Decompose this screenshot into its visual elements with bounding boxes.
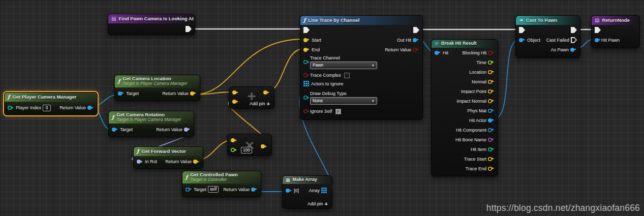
hit-item-pin[interactable] xyxy=(488,147,492,151)
function-icon: ƒ xyxy=(8,95,10,100)
ignore-self-checkbox[interactable]: ✓ xyxy=(335,109,341,114)
target-pin[interactable] xyxy=(118,91,122,96)
exec-out-pin[interactable] xyxy=(571,27,577,33)
node-title: Line Trace by Channel xyxy=(308,18,359,23)
node-title: Get Player Camera Manager xyxy=(12,95,76,100)
node-get-forward-vector[interactable]: ƒ Get Forward Vector In Rot Return Value xyxy=(133,146,203,169)
return-value-pin[interactable] xyxy=(251,188,255,192)
exec-out-pin[interactable] xyxy=(186,26,192,32)
add-input-b-pin[interactable] xyxy=(232,100,236,104)
watermark-url: https://blog.csdn.net/zhangxiaofan666 xyxy=(486,203,640,213)
return-value-pin[interactable] xyxy=(193,160,197,164)
trace-complex-checkbox[interactable] xyxy=(344,73,350,78)
target-pin[interactable] xyxy=(112,128,116,132)
trace-channel-pin[interactable] xyxy=(303,60,308,64)
phys-mat-pin[interactable] xyxy=(488,109,492,113)
as-pawn-pin[interactable] xyxy=(570,48,574,52)
add-output-pin[interactable] xyxy=(263,90,267,95)
draw-debug-type-dropdown[interactable]: None ▼ xyxy=(310,97,377,105)
location-pin[interactable] xyxy=(488,70,492,74)
hit-pawn-pin[interactable] xyxy=(595,38,599,42)
add-pin-button[interactable]: Add pin + xyxy=(308,201,328,207)
wire-camloc-to-add-a[interactable] xyxy=(195,92,232,95)
hit-pin[interactable] xyxy=(435,51,439,55)
plus-icon: + xyxy=(325,201,328,207)
array-output-pin[interactable] xyxy=(321,188,327,194)
wire-add-to-end[interactable] xyxy=(266,49,303,92)
trace-end-pin[interactable] xyxy=(488,167,492,171)
multiply-b-value[interactable]: 100 xyxy=(241,147,252,153)
return-value-pin[interactable] xyxy=(87,106,91,110)
multiply-input-a-pin[interactable] xyxy=(231,138,235,142)
graph-canvas[interactable]: ▤ Find Pawn Camera Is Looking At ƒ Line … xyxy=(0,0,644,216)
node-title: Get Forward Vector xyxy=(141,149,186,154)
time-pin[interactable] xyxy=(488,60,492,65)
function-icon: ƒ xyxy=(186,175,188,180)
hit-component-pin[interactable] xyxy=(488,128,492,132)
target-self-value[interactable]: self xyxy=(208,186,219,193)
function-icon: ƒ xyxy=(303,18,305,23)
multiply-input-b-pin[interactable] xyxy=(231,148,235,152)
player-index-pin[interactable] xyxy=(8,106,12,110)
node-make-array[interactable]: ▦ Make Array [0] Array Add pin + xyxy=(282,175,332,209)
exec-in-pin[interactable] xyxy=(519,27,525,33)
in-rot-pin[interactable] xyxy=(137,160,141,164)
return-value-pin[interactable] xyxy=(184,128,188,132)
node-subtitle: Target is Player Camera Manager xyxy=(116,117,181,122)
trace-complex-pin[interactable] xyxy=(303,73,308,77)
event-icon: ▤ xyxy=(111,16,116,21)
hit-bone-name-pin[interactable] xyxy=(488,138,492,142)
break-struct-icon: ⚒ xyxy=(435,42,439,46)
return-value-pin[interactable] xyxy=(190,91,194,96)
start-pin[interactable] xyxy=(303,38,308,42)
dropdown-arrow-icon: ▼ xyxy=(372,64,375,67)
multiply-output-pin[interactable] xyxy=(261,144,265,148)
draw-debug-type-pin[interactable] xyxy=(303,96,308,100)
trace-start-pin[interactable] xyxy=(488,157,492,161)
function-icon: ƒ xyxy=(118,79,120,84)
target-pin[interactable] xyxy=(186,188,190,192)
exec-in-pin[interactable] xyxy=(303,27,310,33)
add-pin-button[interactable]: Add pin + xyxy=(250,101,270,107)
impact-point-pin[interactable] xyxy=(488,89,492,94)
return-value-pin[interactable] xyxy=(413,48,417,52)
blocking-hit-pin[interactable] xyxy=(488,51,492,55)
trace-channel-dropdown[interactable]: Pawn ▼ xyxy=(310,61,377,69)
node-find-pawn-camera[interactable]: ▤ Find Pawn Camera Is Looking At xyxy=(108,14,195,35)
node-get-controlled-pawn[interactable]: ƒ Get Controlled Pawn Target is Controll… xyxy=(182,171,261,197)
exec-out-pin[interactable] xyxy=(413,27,419,33)
object-pin[interactable] xyxy=(519,38,523,42)
actors-to-ignore-array-pin[interactable] xyxy=(303,81,310,87)
node-title: ReturnNode xyxy=(602,18,629,23)
node-subtitle: Target is Controller xyxy=(190,177,237,182)
function-icon: ƒ xyxy=(137,149,139,154)
out-hit-pin[interactable] xyxy=(413,38,417,42)
array-element-0-pin[interactable] xyxy=(286,189,290,193)
cast-icon: ↠ xyxy=(519,18,523,23)
add-input-a-pin[interactable] xyxy=(232,90,236,95)
normal-pin[interactable] xyxy=(488,80,492,84)
node-return-node[interactable]: ▤ ReturnNode Hit Pawn xyxy=(591,15,640,48)
cast-failed-exec-pin[interactable] xyxy=(571,37,577,43)
ignore-self-pin[interactable] xyxy=(303,109,308,113)
node-get-camera-location[interactable]: ƒ Get Camera Location Target is Player C… xyxy=(114,75,200,101)
node-cast-to-pawn[interactable]: ↠ Cast To Pawn Object Cast Failed As Paw… xyxy=(515,15,580,58)
plus-icon: + xyxy=(267,101,270,107)
node-title: Cast To Pawn xyxy=(526,18,557,23)
node-break-hit-result[interactable]: ⚒ Break Hit Result Hit Blocking Hit Time… xyxy=(431,39,498,176)
impact-normal-pin[interactable] xyxy=(488,99,492,103)
node-title: Find Pawn Camera Is Looking At xyxy=(118,16,193,21)
hit-actor-pin[interactable] xyxy=(488,118,492,122)
node-add-vector[interactable]: + Add pin + xyxy=(229,86,274,109)
event-icon: ▤ xyxy=(595,18,599,23)
node-subtitle: Target is Player Camera Manager xyxy=(122,81,187,86)
exec-in-pin[interactable] xyxy=(595,27,601,33)
player-index-value[interactable]: 0 xyxy=(43,105,51,111)
dropdown-arrow-icon: ▼ xyxy=(372,99,375,103)
node-multiply-vector-float[interactable]: × 100 xyxy=(227,134,272,156)
node-get-player-camera-manager[interactable]: ƒ Get Player Camera Manager Player Index… xyxy=(4,92,98,115)
node-title: Make Array xyxy=(293,177,317,182)
node-line-trace-by-channel[interactable]: ƒ Line Trace by Channel Start Out Hit En… xyxy=(300,15,423,120)
end-pin[interactable] xyxy=(303,48,308,52)
node-get-camera-rotation[interactable]: ƒ Get Camera Rotation Target is Player C… xyxy=(108,111,194,137)
